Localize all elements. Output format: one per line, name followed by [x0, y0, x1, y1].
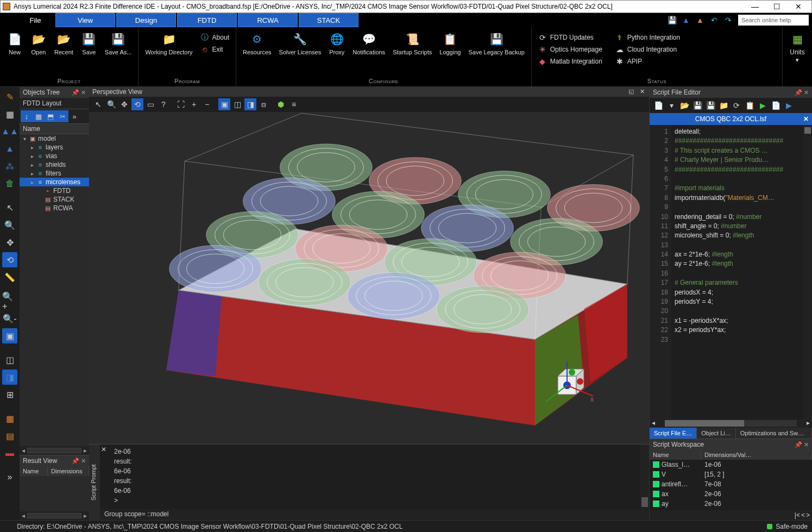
pin-icon[interactable]: 📌 ✕: [72, 89, 86, 96]
et-open-icon[interactable]: 📂: [679, 100, 690, 111]
resources-button[interactable]: ⚙Resources: [240, 29, 275, 77]
pin-icon[interactable]: 📌 ✕: [795, 441, 809, 448]
recent-button[interactable]: 📂Recent: [51, 29, 77, 77]
triangle-icon[interactable]: ▲: [2, 141, 17, 157]
code-scroll-y[interactable]: [803, 125, 812, 419]
notifications-button[interactable]: 💬Notifications: [349, 29, 388, 77]
cursor-icon[interactable]: ↖: [2, 200, 17, 215]
units-button[interactable]: ▦Units▾: [786, 29, 809, 77]
working-dir-button[interactable]: 📁Working Directory: [142, 29, 196, 77]
search-input[interactable]: Search online help: [738, 15, 809, 26]
code-lines[interactable]: deleteall;##############################…: [671, 125, 803, 419]
sp-close-icon[interactable]: ✕: [101, 446, 106, 453]
workspace-body[interactable]: Glass_l…1e-06V[15, 2 ]antirefl…7e-08ax2e…: [650, 460, 812, 510]
vt-wire-icon[interactable]: ⧈: [257, 98, 269, 110]
vt-zoomin-icon[interactable]: +: [188, 98, 200, 110]
rv-col-name[interactable]: Name: [20, 466, 48, 476]
python-link[interactable]: ⚕Python Integration: [612, 32, 688, 43]
pencil-icon[interactable]: ✎: [2, 89, 17, 104]
proxy-button[interactable]: 🌐Proxy: [325, 29, 348, 77]
et-next-icon[interactable]: ▶: [783, 100, 794, 111]
tree-tool-3[interactable]: ⬒: [45, 110, 56, 122]
editor-tab[interactable]: CMOS QBC 2x2 OCL.lsf✕: [650, 113, 812, 125]
startup-scripts-button[interactable]: 📜Startup Scripts: [389, 29, 435, 77]
save-icon[interactable]: 💾: [668, 16, 676, 24]
grid-icon[interactable]: ▦: [2, 107, 17, 122]
zoom-in-icon[interactable]: 🔍+: [2, 293, 17, 309]
new-button[interactable]: 📄New: [3, 29, 26, 77]
redo-icon[interactable]: ↷: [724, 16, 733, 24]
tree-tool-1[interactable]: ↕: [21, 110, 33, 122]
open-button[interactable]: 📂Open: [27, 29, 50, 77]
ruler-icon[interactable]: 📏: [2, 270, 17, 285]
vt-pan-icon[interactable]: ✥: [118, 98, 130, 110]
sp-scrollbar[interactable]: [640, 445, 649, 520]
tree-scroll-x[interactable]: ◂▸: [20, 446, 89, 455]
vt-shade1-icon[interactable]: ▣: [218, 98, 230, 110]
apip-link[interactable]: ✱APIP: [612, 55, 688, 67]
et-folder-icon[interactable]: 📁: [718, 100, 729, 111]
layout-dropdown[interactable]: FDTD Layout: [20, 98, 89, 109]
vt-help-icon[interactable]: ?: [158, 98, 169, 110]
vt-shade3-icon[interactable]: ◨: [244, 98, 256, 110]
rotate-icon[interactable]: ⟲: [2, 252, 17, 267]
bookmark-icon[interactable]: ▲: [682, 16, 690, 24]
move-icon[interactable]: ✥: [2, 235, 17, 250]
trash-icon[interactable]: 🗑: [2, 176, 17, 191]
cube-view-icon[interactable]: ▣: [2, 328, 17, 343]
et-run-icon[interactable]: ▶: [757, 100, 768, 111]
pin-icon[interactable]: 📌 ✕: [795, 89, 809, 96]
magnify-icon[interactable]: 🔍: [2, 217, 17, 233]
bt-opt[interactable]: Optimizations and Sw…: [736, 428, 812, 439]
bt-script[interactable]: Script File E…: [650, 428, 697, 439]
logging-button[interactable]: 📋Logging: [436, 29, 464, 77]
et-new-icon[interactable]: 📄: [653, 100, 664, 111]
ws-row[interactable]: V[15, 2 ]: [650, 470, 812, 479]
et-down-icon[interactable]: ▾: [666, 100, 677, 111]
code-area[interactable]: 1234567891011121314151617181920212223 de…: [650, 125, 812, 419]
vt-cursor-icon[interactable]: ↖: [92, 98, 104, 110]
tree-node-layers[interactable]: ▸≡layers: [20, 143, 89, 152]
tree-node-fdtd[interactable]: ▪FDTD: [20, 186, 89, 195]
tab-file[interactable]: File: [16, 13, 54, 27]
tree-node-stack[interactable]: ▤STACK: [20, 195, 89, 204]
mesh-icon[interactable]: ▦: [2, 411, 17, 426]
objects-tree[interactable]: ▾▣model ▸≡layers ▸≡vias ▸≡shields ▸≡filt…: [20, 134, 89, 446]
rv-scroll-x[interactable]: ◂▸: [20, 511, 89, 520]
tab-stack[interactable]: STACK: [299, 13, 358, 27]
ws-row[interactable]: ax2e-06: [650, 489, 812, 499]
legacy-backup-button[interactable]: 💾Save Legacy Backup: [465, 29, 527, 77]
fdtd-updates-link[interactable]: ⟳FDTD Updates: [535, 32, 611, 43]
tree-tool-2[interactable]: ▦: [33, 110, 45, 122]
bt-objlib[interactable]: Object Li…: [697, 428, 735, 439]
ws-col-name[interactable]: Name: [650, 450, 701, 460]
calendar-icon[interactable]: ▤: [2, 428, 17, 443]
exit-link[interactable]: ⎋Exit: [197, 43, 232, 55]
matlab-link[interactable]: ◆Matlab Integration: [535, 55, 611, 67]
pattern-icon[interactable]: ⁂: [2, 159, 17, 174]
vt-layers-icon[interactable]: ≡: [288, 98, 300, 110]
about-link[interactable]: ⓘAbout: [197, 32, 232, 43]
maximize-button[interactable]: ☐: [766, 1, 788, 12]
axis-gizmo[interactable]: x: [542, 357, 596, 411]
tab-close-icon[interactable]: ✕: [803, 115, 809, 123]
ws-row[interactable]: ay2e-06: [650, 499, 812, 509]
viewport-3d[interactable]: x: [89, 112, 649, 444]
vt-orbit-icon[interactable]: ⟲: [131, 98, 143, 110]
et-save-icon[interactable]: 💾: [692, 100, 703, 111]
solver-licenses-button[interactable]: 🔧Solver Licenses: [276, 29, 325, 77]
tab-view[interactable]: View: [55, 13, 115, 27]
code-scroll-x[interactable]: ◂▸: [650, 419, 812, 428]
bars-icon[interactable]: ▬: [2, 446, 17, 461]
save-as-button[interactable]: 💾Save As...: [102, 29, 135, 77]
close-button[interactable]: ✕: [788, 1, 809, 12]
tree-tool-more[interactable]: »: [68, 110, 80, 122]
vt-cube-icon[interactable]: ⬢: [275, 98, 287, 110]
et-paste-icon[interactable]: 📋: [744, 100, 755, 111]
vt-frame-icon[interactable]: ▭: [144, 98, 156, 110]
tree-node-rcwa[interactable]: ▤RCWA: [20, 204, 89, 212]
viewport-close-icon[interactable]: ✕: [638, 88, 646, 96]
cloud-link[interactable]: ☁Cloud Integration: [612, 43, 688, 55]
undo-icon[interactable]: ↶: [710, 16, 719, 24]
tree-node-vias[interactable]: ▸≡vias: [20, 152, 89, 160]
